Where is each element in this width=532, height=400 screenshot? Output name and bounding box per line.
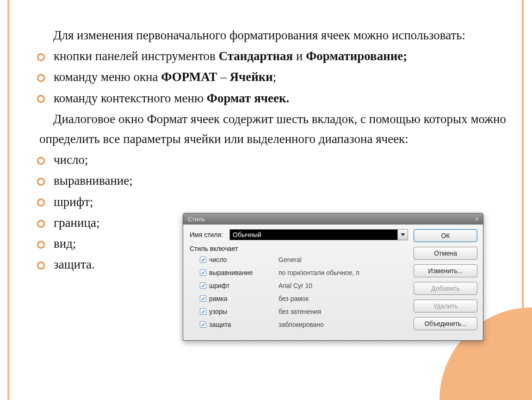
style-dialog: Стиль ✕ Имя стиля: Обычный Стиль включае… [183,213,483,341]
check-border-value: без рамок [278,295,408,302]
para2-text: Диалоговое окно Формат ячеек содержит ше… [39,109,513,149]
style-name-label: Имя стиля: [190,231,224,238]
dialog-titlebar[interactable]: Стиль ✕ [183,213,483,225]
check-font-value: Arial Cyr 10 [278,282,408,289]
chevron-down-icon[interactable] [398,229,408,240]
check-number-value: General [278,256,408,263]
list-item: команду контекстного меню Формат ячеек. [37,88,513,108]
list-item: кнопки панелей инструментов Стандартная … [37,46,513,66]
dialog-left-pane: Имя стиля: Обычный Стиль включает число … [190,229,408,335]
ok-button[interactable]: ОК [414,229,477,242]
checkbox-icon [200,295,206,302]
list-item: выравнивание; [37,171,513,191]
check-alignment-value: по горизонтали обычное, п [278,269,408,276]
modify-button[interactable]: Изменить... [414,264,477,277]
check-alignment[interactable]: выравнивание [200,269,278,276]
slide-left-rule [7,0,9,400]
close-icon[interactable]: ✕ [473,215,480,223]
list-item: команду меню окна ФОРМАТ – Ячейки; [37,67,513,87]
dialog-body: Имя стиля: Обычный Стиль включает число … [183,225,483,340]
list-item: число; [37,150,513,170]
checkbox-icon [200,282,206,289]
list-item: шрифт; [37,192,513,212]
check-protection-value: заблокировано [278,321,408,328]
checkbox-icon [200,269,206,276]
merge-button[interactable]: Объединить... [414,317,477,330]
checkbox-icon [200,321,206,328]
bullet-list-1: кнопки панелей инструментов Стандартная … [37,46,513,108]
cancel-button[interactable]: Отмена [414,247,477,260]
check-number[interactable]: число [200,256,278,263]
group-label: Стиль включает [190,245,408,252]
checkbox-icon [200,256,206,263]
check-grid: число General выравнивание по горизонтал… [190,256,408,328]
delete-button[interactable]: Удалить [414,300,477,312]
slide-right-rule [522,0,524,400]
check-font[interactable]: шрифт [200,282,278,289]
checkbox-icon [200,308,206,315]
check-pattern-value: без затенения [278,308,408,315]
intro-text: Для изменения первоначального форматиров… [39,25,513,45]
style-name-combo[interactable]: Обычный [229,229,408,240]
style-name-input[interactable]: Обычный [229,229,398,240]
check-protection[interactable]: защита [200,321,278,328]
check-border[interactable]: рамка [200,295,278,302]
dialog-title: Стиль [188,216,205,223]
add-button[interactable]: Добавить [414,282,477,295]
check-pattern[interactable]: узоры [200,308,278,315]
dialog-button-column: ОК Отмена Изменить... Добавить Удалить О… [408,229,477,335]
